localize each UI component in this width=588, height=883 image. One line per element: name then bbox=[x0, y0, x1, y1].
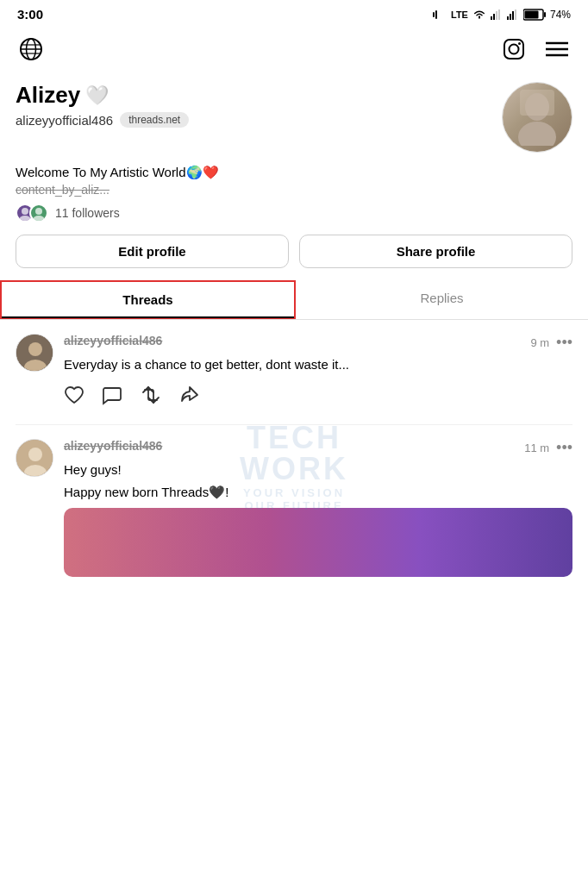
battery-icon bbox=[523, 9, 546, 21]
svg-point-32 bbox=[28, 342, 42, 356]
profile-username: alizeyyofficial486 bbox=[16, 113, 113, 128]
profile-name-area: Alizey 🤍 alizeyyofficial486 threads.net bbox=[16, 82, 189, 128]
svg-rect-18 bbox=[504, 40, 523, 59]
profile-avatar[interactable] bbox=[502, 82, 572, 153]
svg-point-29 bbox=[35, 208, 42, 215]
like-icon[interactable] bbox=[64, 385, 84, 410]
svg-point-19 bbox=[510, 45, 519, 54]
follower2-silhouette bbox=[31, 205, 47, 221]
followers-text[interactable]: 11 followers bbox=[55, 206, 120, 220]
post-1-time: 9 m bbox=[530, 336, 549, 349]
post-1-text: Everyday is a chance to get better, dont… bbox=[64, 355, 572, 374]
top-nav bbox=[0, 27, 588, 72]
wifi-icon bbox=[472, 9, 486, 20]
svg-rect-11 bbox=[524, 10, 538, 18]
post1-avatar-image bbox=[16, 335, 53, 372]
follower-avatar-2 bbox=[29, 204, 48, 222]
post-2-text2: Happy new born Threads🖤! bbox=[64, 483, 572, 502]
svg-point-25 bbox=[518, 122, 556, 146]
action-buttons: Edit profile Share profile bbox=[0, 235, 588, 268]
svg-rect-1 bbox=[435, 10, 437, 19]
post-1-meta: 9 m ••• bbox=[530, 334, 572, 352]
status-time: 3:00 bbox=[17, 7, 43, 22]
globe-icon[interactable] bbox=[16, 34, 47, 65]
avatar-silhouette bbox=[511, 90, 563, 146]
status-bar: 3:00 LTE bbox=[0, 0, 588, 27]
svg-rect-8 bbox=[512, 11, 514, 20]
svg-rect-6 bbox=[507, 16, 509, 20]
post-1: alizeyyofficial486 9 m ••• Everyday is a… bbox=[0, 320, 588, 421]
profile-link[interactable]: content_by_aliz... bbox=[16, 183, 572, 197]
post-2-text1: Hey guys! bbox=[64, 460, 572, 479]
battery-percent: 74% bbox=[550, 9, 571, 21]
profile-name: Alizey 🤍 bbox=[16, 82, 189, 109]
share-profile-button[interactable]: Share profile bbox=[299, 235, 572, 268]
svg-rect-2 bbox=[491, 16, 492, 20]
lte-icon: LTE bbox=[451, 9, 468, 20]
post-1-header: alizeyyofficial486 9 m ••• bbox=[64, 334, 572, 352]
svg-rect-5 bbox=[498, 9, 500, 20]
post-2-username[interactable]: alizeyyofficial486 bbox=[64, 439, 162, 453]
vibrate-icon bbox=[433, 9, 447, 20]
profile-bio: Welcome To My Artistic World🌍❤️ bbox=[16, 163, 572, 181]
svg-point-20 bbox=[518, 42, 521, 45]
menu-icon[interactable] bbox=[541, 34, 572, 65]
tab-replies[interactable]: Replies bbox=[296, 280, 588, 319]
repost-icon[interactable] bbox=[140, 385, 162, 410]
post-avatar-1[interactable] bbox=[16, 334, 53, 372]
follower-avatars bbox=[16, 204, 48, 222]
post-2-meta: 11 m ••• bbox=[524, 439, 572, 457]
threads-badge[interactable]: threads.net bbox=[120, 112, 189, 128]
post-2-header: alizeyyofficial486 11 m ••• bbox=[64, 439, 572, 457]
post-2-image bbox=[64, 508, 572, 577]
tabs: Threads Replies bbox=[0, 280, 588, 320]
profile-username-row: alizeyyofficial486 threads.net bbox=[16, 112, 189, 128]
post-2-image-inner bbox=[64, 508, 572, 577]
svg-point-30 bbox=[33, 216, 45, 221]
post-1-actions bbox=[64, 385, 572, 421]
followers-row: 11 followers bbox=[16, 204, 572, 222]
post-2-time: 11 m bbox=[524, 442, 549, 454]
svg-rect-26 bbox=[520, 90, 554, 116]
post-1-content: alizeyyofficial486 9 m ••• Everyday is a… bbox=[64, 334, 572, 421]
share-icon[interactable] bbox=[179, 385, 200, 410]
tab-threads[interactable]: Threads bbox=[0, 280, 296, 319]
svg-rect-12 bbox=[544, 12, 546, 17]
post-2-content: alizeyyofficial486 11 m ••• Hey guys! Ha… bbox=[64, 439, 572, 578]
instagram-icon[interactable] bbox=[498, 34, 529, 65]
svg-rect-9 bbox=[515, 9, 516, 20]
comment-icon[interactable] bbox=[102, 385, 122, 410]
svg-rect-3 bbox=[493, 14, 495, 20]
profile-section: Alizey 🤍 alizeyyofficial486 threads.net bbox=[0, 72, 588, 222]
profile-header: Alizey 🤍 alizeyyofficial486 threads.net bbox=[16, 82, 572, 153]
post-1-username[interactable]: alizeyyofficial486 bbox=[64, 334, 162, 348]
heart-icon: 🤍 bbox=[85, 85, 109, 107]
svg-rect-4 bbox=[496, 11, 497, 20]
edit-profile-button[interactable]: Edit profile bbox=[16, 235, 289, 268]
post-1-more-icon[interactable]: ••• bbox=[556, 334, 572, 352]
nav-right bbox=[498, 34, 572, 65]
signal-icon bbox=[491, 9, 503, 20]
signal2-icon bbox=[507, 9, 519, 20]
svg-point-27 bbox=[22, 208, 28, 215]
post-avatar-2[interactable] bbox=[16, 439, 53, 477]
post-2-more-icon[interactable]: ••• bbox=[556, 439, 572, 457]
status-icons: LTE 74% bbox=[433, 9, 571, 21]
post-2: alizeyyofficial486 11 m ••• Hey guys! Ha… bbox=[0, 425, 588, 578]
post2-avatar-image bbox=[16, 440, 53, 477]
avatar-placeholder bbox=[503, 83, 572, 152]
svg-rect-7 bbox=[510, 14, 511, 20]
svg-rect-0 bbox=[433, 12, 435, 17]
svg-point-35 bbox=[28, 448, 42, 461]
